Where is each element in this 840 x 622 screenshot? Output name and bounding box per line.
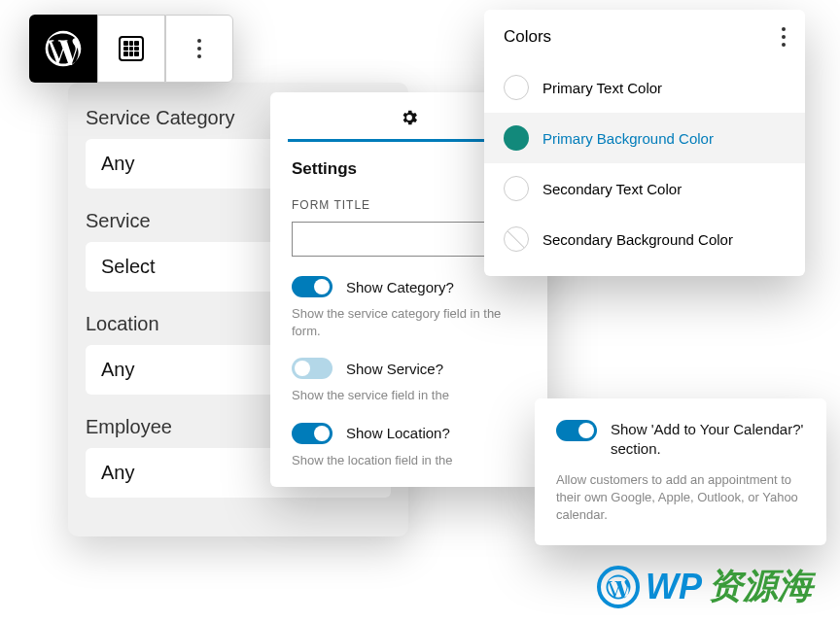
colors-more-button[interactable]	[782, 27, 786, 47]
toggle-show-category[interactable]	[292, 276, 332, 297]
color-row-primary-background[interactable]: Primary Background Color	[484, 113, 805, 163]
grid-icon	[119, 36, 144, 61]
color-label: Primary Background Color	[542, 130, 714, 147]
block-grid-button[interactable]	[97, 15, 165, 83]
toggle-label: Show Category?	[346, 279, 454, 295]
toggle-add-to-calendar[interactable]	[556, 420, 597, 441]
color-row-secondary-text[interactable]: Secondary Text Color	[484, 163, 805, 214]
color-row-primary-text[interactable]: Primary Text Color	[484, 62, 805, 113]
watermark-text-cn: 资源海	[708, 563, 813, 610]
toggle-show-location[interactable]	[292, 423, 332, 444]
toggle-label: Show Service?	[346, 361, 443, 377]
toggle-show-service[interactable]	[292, 358, 332, 379]
color-label: Secondary Background Color	[542, 231, 733, 248]
calendar-setting-card: Show 'Add to Your Calendar?' section. Al…	[535, 398, 826, 545]
color-row-secondary-background[interactable]: Secondary Background Color	[484, 214, 805, 264]
color-label: Primary Text Color	[542, 80, 662, 96]
colors-panel: Colors Primary Text Color Primary Backgr…	[484, 10, 805, 276]
editor-toolbar	[29, 15, 233, 83]
kebab-icon	[197, 39, 201, 58]
color-swatch	[504, 176, 529, 201]
toggle-label: Show 'Add to Your Calendar?' section.	[611, 420, 805, 460]
wordpress-logo-button[interactable]	[29, 15, 97, 83]
toggle-desc: Allow customers to add an appointment to…	[556, 471, 805, 525]
toggle-label: Show Location?	[346, 425, 450, 441]
colors-title: Colors	[504, 27, 551, 47]
toggle-desc: Show the service field in the	[292, 387, 526, 404]
color-swatch	[504, 125, 529, 151]
gear-icon	[400, 108, 419, 127]
toggle-desc: Show the service category field in the f…	[292, 305, 526, 340]
watermark-text-wp: WP	[646, 567, 702, 607]
color-swatch	[504, 226, 529, 252]
wordpress-icon	[42, 27, 85, 70]
watermark: WP资源海	[597, 563, 813, 610]
watermark-logo-icon	[597, 566, 640, 608]
toggle-desc: Show the location field in the	[292, 452, 526, 469]
color-label: Secondary Text Color	[542, 181, 682, 197]
more-options-button[interactable]	[165, 15, 233, 83]
color-swatch	[504, 75, 529, 100]
